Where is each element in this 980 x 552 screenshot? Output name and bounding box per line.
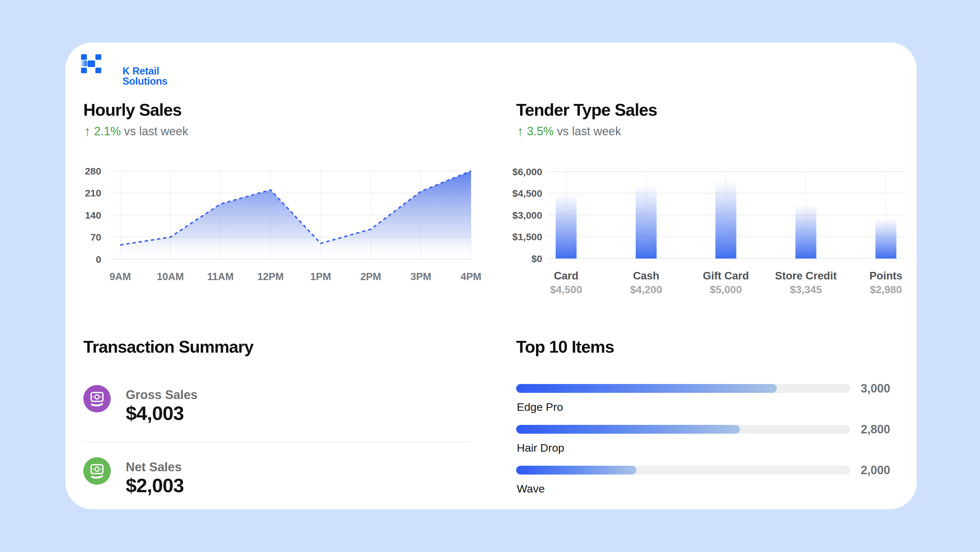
hourly-delta-suffix: vs last week: [124, 124, 188, 138]
gross-sales-value: $4,003: [126, 403, 184, 424]
hourly-y-axis-label: 70: [91, 232, 101, 242]
hourly-x-axis-label: 4PM: [461, 271, 482, 282]
top-item-label-wave: Wave: [517, 483, 545, 495]
top-item-value-hair-drop: 2,800: [850, 423, 902, 436]
top-item-track-wave: [516, 466, 850, 475]
hourly-delta-percent: 2.1%: [94, 124, 121, 138]
top-item-value-edge-pro: 3,000: [850, 382, 902, 395]
top-item-fill-hair-drop: [516, 425, 740, 434]
hourly-x-axis-label: 1PM: [310, 271, 331, 282]
cash-drawer-icon: [83, 457, 111, 485]
top-item-value-wave: 2,000: [850, 464, 902, 477]
top-item-fill-edge-pro: [516, 384, 777, 393]
hourly-x-axis-label: 9AM: [110, 271, 130, 282]
hourly-y-axis-label: 280: [85, 166, 101, 177]
hourly-sales-area-chart: 0701402102809AM10AM11AM12PM1PM2PM3PM4PM: [73, 165, 485, 289]
gross-sales-label: Gross Sales: [126, 388, 197, 401]
hourly-x-axis-label: 2PM: [360, 271, 381, 282]
hourly-x-axis-label: 3PM: [410, 271, 431, 282]
brand-logo: K Retail Solutions: [81, 54, 218, 77]
page-background: K Retail Solutions Hourly Sales ↑ 2.1% v…: [0, 0, 980, 552]
summary-divider: [83, 442, 470, 442]
brand-name-line2: Solutions: [123, 76, 167, 86]
net-sales-value: $2,003: [126, 475, 184, 496]
hourly-x-axis-label: 12PM: [258, 271, 284, 282]
brand-logo-text: K Retail Solutions: [123, 66, 167, 86]
dashboard-card: K Retail Solutions Hourly Sales ↑ 2.1% v…: [65, 43, 916, 509]
hourly-sales-delta: ↑ 2.1% vs last week: [84, 124, 188, 139]
hourly-x-axis-label: 11AM: [207, 271, 234, 282]
top-item-track-hair-drop: [516, 425, 850, 434]
up-arrow-icon: ↑: [84, 125, 91, 138]
top-item-label-hair-drop: Hair Drop: [517, 442, 564, 454]
top-item-track-edge-pro: [516, 384, 850, 393]
net-sales-label: Net Sales: [126, 461, 181, 474]
transaction-summary-title: Transaction Summary: [83, 338, 253, 356]
brand-logo-k-icon: [81, 54, 101, 73]
hourly-y-axis-label: 210: [85, 188, 101, 198]
hourly-x-axis-label: 10AM: [157, 271, 184, 282]
top-items-list: 3,000Edge Pro2,800Hair Drop2,000Wave: [516, 43, 916, 509]
hourly-sales-title: Hourly Sales: [83, 101, 181, 119]
hourly-y-axis-label: 0: [96, 254, 101, 265]
top-item-label-edge-pro: Edge Pro: [517, 401, 563, 413]
top-item-fill-wave: [516, 466, 636, 475]
brand-name-line1: K Retail: [123, 66, 167, 76]
hourly-y-axis-label: 140: [85, 210, 101, 220]
cash-drawer-icon: [83, 385, 111, 412]
